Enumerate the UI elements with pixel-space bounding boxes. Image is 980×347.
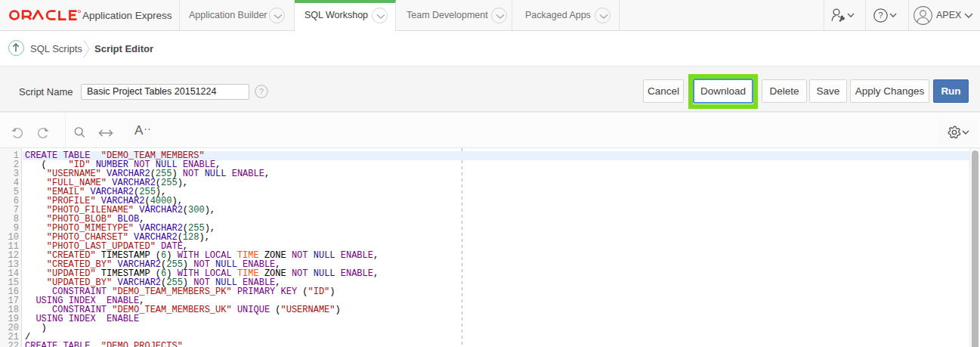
svg-text:?: ?	[878, 11, 883, 20]
svg-text:?: ?	[259, 87, 264, 96]
